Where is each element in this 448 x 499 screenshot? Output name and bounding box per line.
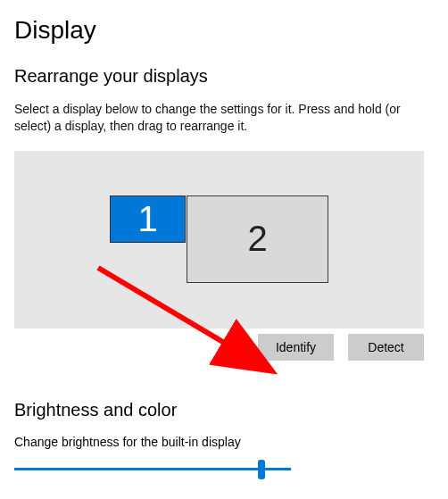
display-1-label: 1 — [137, 199, 157, 239]
display-arrangement-area[interactable]: 1 2 — [14, 151, 424, 329]
brightness-heading: Brightness and color — [14, 400, 434, 420]
slider-track — [14, 468, 291, 470]
display-tile-2[interactable]: 2 — [187, 195, 328, 283]
page-title: Display — [14, 16, 434, 45]
rearrange-description: Select a display below to change the set… — [14, 101, 434, 135]
brightness-slider[interactable] — [14, 460, 291, 478]
identify-button[interactable]: Identify — [258, 334, 334, 361]
button-row: Identify Detect — [14, 334, 424, 361]
slider-thumb[interactable] — [258, 460, 265, 479]
display-2-label: 2 — [247, 219, 267, 259]
rearrange-heading: Rearrange your displays — [14, 66, 434, 87]
display-tile-1[interactable]: 1 — [110, 195, 186, 243]
brightness-label: Change brightness for the built-in displ… — [14, 435, 434, 449]
detect-button[interactable]: Detect — [348, 334, 424, 361]
